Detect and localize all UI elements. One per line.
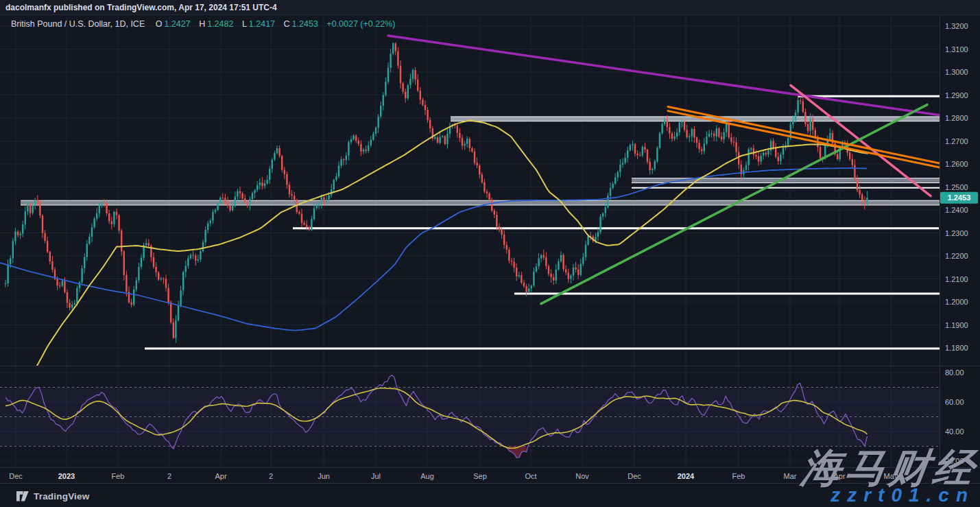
svg-text:2: 2 [167, 472, 171, 480]
svg-text:2024: 2024 [678, 472, 695, 480]
svg-text:Oct: Oct [525, 472, 536, 480]
svg-text:1.3000: 1.3000 [945, 68, 968, 76]
svg-text:Aug: Aug [420, 472, 434, 480]
svg-text:Sep: Sep [473, 472, 487, 480]
svg-text:1.3200: 1.3200 [945, 22, 968, 30]
svg-text:80.00: 80.00 [945, 368, 964, 377]
high-value: 1.2482 [207, 19, 233, 29]
tradingview-logo[interactable]: TradingView [16, 491, 89, 502]
svg-text:Jul: Jul [371, 472, 381, 480]
price-zone [21, 200, 942, 205]
change-value: +0.0027 (+0.22%) [326, 19, 395, 29]
svg-text:1.2900: 1.2900 [945, 91, 968, 99]
watermark-cjk: 海马财经 [799, 448, 980, 488]
svg-text:1.3100: 1.3100 [945, 45, 968, 54]
open-value: 1.2427 [164, 19, 190, 29]
trendlines[interactable] [388, 36, 942, 304]
tradingview-chart-screenshot: dacolmanfx published on TradingView.com,… [0, 0, 980, 507]
svg-text:1.2400: 1.2400 [945, 206, 968, 214]
price-axis[interactable]: 1.32001.31001.30001.29001.28001.27001.26… [945, 22, 968, 465]
svg-text:1.1800: 1.1800 [945, 344, 968, 352]
low-label: L [242, 19, 247, 29]
svg-text:Jun: Jun [318, 472, 330, 480]
open-label: O [156, 19, 163, 29]
ma-blue-line [0, 168, 867, 331]
time-axis[interactable]: Dec2023Feb2Apr2JunJulAugSepOctNovDec2024… [9, 472, 898, 480]
symbol-title[interactable]: British Pound / U.S. Dollar, 1D, ICE [11, 19, 145, 29]
svg-text:2023: 2023 [58, 472, 75, 480]
svg-text:2: 2 [269, 472, 273, 480]
svg-text:1.2200: 1.2200 [945, 252, 968, 260]
watermark-url: zzrt01.cn [830, 484, 975, 506]
high-label: H [199, 19, 205, 29]
svg-text:Feb: Feb [112, 472, 125, 480]
low-value: 1.2417 [249, 19, 275, 29]
svg-text:1.2100: 1.2100 [945, 275, 968, 283]
price-pane[interactable] [0, 36, 942, 370]
svg-text:1.2453: 1.2453 [948, 193, 971, 202]
current-price-badge: 1.2453 [940, 192, 978, 204]
symbol-legend[interactable]: British Pound / U.S. Dollar, 1D, ICE O1.… [11, 19, 397, 29]
svg-text:Mar: Mar [784, 472, 797, 480]
svg-text:1.2300: 1.2300 [945, 229, 968, 237]
svg-text:1.2500: 1.2500 [945, 183, 968, 191]
trendline-major-descending-purple [388, 36, 940, 115]
svg-text:1.2600: 1.2600 [945, 160, 968, 168]
tradingview-logo-icon [16, 491, 29, 502]
svg-text:40.00: 40.00 [945, 427, 964, 436]
ma-yellow-line [34, 121, 868, 371]
close-value: 1.2453 [292, 19, 318, 29]
rsi-pane[interactable] [0, 375, 940, 458]
svg-text:1.2700: 1.2700 [945, 137, 968, 145]
svg-text:Apr: Apr [215, 472, 226, 480]
svg-text:1.2800: 1.2800 [945, 114, 968, 122]
svg-text:1.1900: 1.1900 [945, 321, 968, 329]
svg-text:Dec: Dec [628, 472, 641, 480]
svg-text:60.00: 60.00 [945, 398, 964, 406]
svg-text:Dec: Dec [9, 472, 23, 480]
tradingview-brand-text: TradingView [34, 491, 89, 502]
chart-canvas[interactable]: 1.32001.31001.30001.29001.28001.27001.26… [0, 0, 980, 507]
svg-text:Feb: Feb [732, 472, 745, 480]
close-label: C [284, 19, 290, 29]
svg-text:1.2000: 1.2000 [945, 298, 968, 306]
svg-text:Nov: Nov [575, 472, 589, 480]
